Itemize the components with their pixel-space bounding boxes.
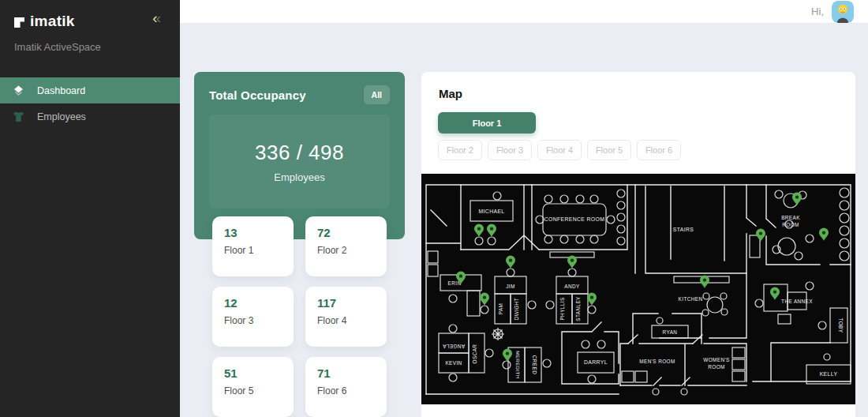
room-label: PAM: [498, 303, 503, 315]
sidebar-item-label: Employees: [37, 111, 86, 122]
room-label: MICHAEL: [478, 208, 504, 214]
occupancy-count: 336 / 498: [255, 141, 344, 165]
floor-occupancy-value: 117: [317, 296, 375, 310]
floor-stat-card-2[interactable]: 72Floor 2: [305, 216, 387, 276]
floor-stat-card-4[interactable]: 117Floor 4: [305, 287, 387, 347]
occupancy-stat-panel: 336 / 498 Employees: [209, 115, 390, 208]
room-label: STANLEY: [575, 296, 581, 321]
room-label: ANDY: [564, 284, 580, 289]
sidebar-item-label: Dashboard: [37, 85, 85, 96]
room-label: STAIRS: [673, 227, 694, 232]
room-label: CONFERENCE ROOM: [544, 216, 605, 222]
room-label: KEVIN: [445, 360, 462, 366]
sidebar-item-dashboard[interactable]: Dashboard: [0, 77, 180, 103]
employees-icon: [12, 110, 25, 123]
imatik-logo-icon: [14, 17, 24, 27]
room-label: ANGELA: [442, 344, 465, 349]
floor-occupancy-value: 12: [224, 296, 282, 310]
room-label: ROOM: [708, 364, 724, 370]
floor-name: Floor 5: [224, 385, 282, 396]
room-label: TOBY: [838, 318, 844, 333]
floor-occupancy-value: 71: [317, 366, 375, 380]
dashboard-content: Total Occupancy All 336 / 498 Employees …: [180, 23, 868, 417]
room-label: MEREDITH: [515, 351, 521, 379]
floor-name: Floor 4: [317, 315, 375, 326]
room-label: BREAK: [781, 215, 800, 220]
floor-stat-card-3[interactable]: 12Floor 3: [212, 287, 294, 347]
floor-stat-card-5[interactable]: 51Floor 5: [212, 357, 294, 417]
floor-occupancy-value: 51: [224, 366, 282, 380]
sidebar-menu: DashboardEmployees: [0, 77, 180, 130]
room-label: MEN'S ROOM: [639, 359, 675, 364]
room-label: WOMEN'S: [703, 357, 730, 363]
sidebar: imatik ‹‹ Imatik ActiveSpace DashboardEm…: [0, 0, 180, 417]
floor-name: Floor 2: [317, 245, 375, 256]
sidebar-header: imatik ‹‹ Imatik ActiveSpace: [0, 0, 180, 53]
map-title: Map: [421, 87, 855, 100]
floor-name: Floor 6: [317, 385, 375, 396]
main-area: Hi, Total Occupancy All: [180, 0, 868, 417]
room-label: CREED: [532, 355, 537, 374]
room-label: KELLY: [820, 371, 838, 377]
floor-occupancy-value: 72: [317, 226, 375, 239]
map-card: Map Floor 1Floor 2Floor 3Floor 4Floor 5F…: [421, 72, 855, 417]
dashboard-icon: [12, 84, 25, 97]
app-window: imatik ‹‹ Imatik ActiveSpace DashboardEm…: [0, 0, 868, 417]
room-label: DWIGHT: [514, 298, 519, 320]
room-label: RYAN: [663, 329, 678, 335]
app-subtitle: Imatik ActiveSpace: [14, 41, 166, 53]
occupancy-caption: Employees: [274, 171, 324, 183]
room-label: JIM: [506, 284, 515, 289]
floor-stat-card-1[interactable]: 13Floor 1: [212, 216, 294, 276]
room-label: KITCHEN: [679, 296, 703, 302]
occupancy-section: Total Occupancy All 336 / 498 Employees …: [194, 72, 405, 417]
floor-stats-grid: 13Floor 172Floor 212Floor 3117Floor 451F…: [194, 216, 405, 417]
topbar: Hi,: [180, 0, 868, 23]
map-floor-tab-3[interactable]: Floor 3: [488, 140, 532, 160]
room-label: OSCAR: [472, 344, 477, 364]
sidebar-item-employees[interactable]: Employees: [0, 103, 180, 130]
greeting-text: Hi,: [811, 6, 824, 17]
sidebar-collapse-button[interactable]: ‹‹: [152, 10, 159, 25]
map-floor-tab-1[interactable]: Floor 1: [438, 112, 536, 133]
logo: imatik: [14, 13, 166, 30]
map-floor-tabs: Floor 1Floor 2Floor 3Floor 4Floor 5Floor…: [421, 112, 855, 160]
logo-text: imatik: [30, 13, 75, 30]
map-floor-tab-4[interactable]: Floor 4: [537, 140, 582, 160]
room-label: ROOM: [782, 222, 799, 227]
map-floor-tab-5[interactable]: Floor 5: [587, 140, 631, 160]
room-label: DARRYL: [584, 359, 608, 365]
occupancy-filter-all-button[interactable]: All: [364, 85, 390, 104]
floor-stat-card-6[interactable]: 71Floor 6: [305, 357, 387, 417]
occupancy-title: Total Occupancy: [209, 88, 306, 102]
floor-plan-map[interactable]: MICHAELCONFERENCE ROOMSTAIRSBREAKROOMERI…: [421, 174, 855, 404]
map-floor-tab-6[interactable]: Floor 6: [637, 140, 681, 160]
map-floor-tab-2[interactable]: Floor 2: [438, 140, 482, 160]
total-occupancy-card: Total Occupancy All 336 / 498 Employees: [194, 72, 405, 239]
user-avatar[interactable]: [832, 1, 854, 23]
floor-name: Floor 3: [224, 315, 282, 326]
floor-occupancy-value: 13: [224, 226, 282, 239]
room-label: THE ANNEX: [781, 299, 813, 304]
room-label: PHYLLIS: [559, 297, 565, 320]
floor-name: Floor 1: [224, 245, 282, 256]
